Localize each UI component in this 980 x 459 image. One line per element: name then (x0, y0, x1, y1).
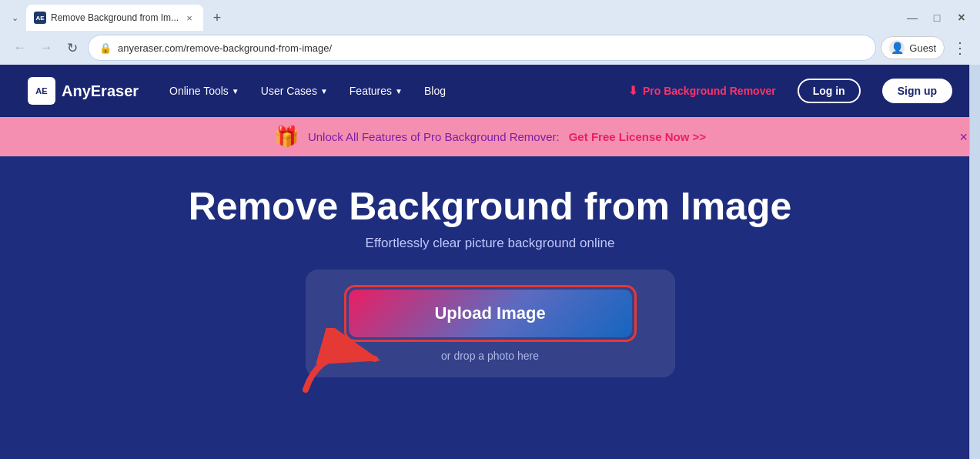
upload-image-button[interactable]: Upload Image (349, 290, 632, 337)
logo-area: AE AnyEraser (28, 77, 139, 105)
download-icon: ⬇ (628, 84, 638, 98)
close-window-button[interactable]: × (952, 8, 971, 27)
tab-close-button[interactable]: × (183, 12, 196, 24)
hero-title: Remove Background from Image (189, 186, 792, 228)
banner-cta[interactable]: Get Free License Now >> (569, 130, 706, 143)
banner-text: Unlock All Features of Pro Background Re… (308, 130, 560, 143)
minimize-button[interactable]: — (903, 8, 921, 27)
chevron-down-icon: ▼ (395, 87, 403, 95)
tab-list-button[interactable]: ⌄ (6, 9, 23, 26)
chevron-down-icon: ▼ (232, 87, 239, 95)
website: AE AnyEraser Online Tools ▼ User Cases ▼… (0, 65, 980, 459)
logo-box: AE (28, 77, 55, 105)
lock-icon: 🔒 (99, 42, 112, 54)
tab-bar: ⌄ AE Remove Background from Im... × + — … (0, 0, 980, 31)
forward-button[interactable]: → (35, 37, 57, 59)
red-arrow-icon (290, 328, 390, 397)
site-nav: AE AnyEraser Online Tools ▼ User Cases ▼… (0, 65, 980, 117)
tab-favicon: AE (34, 12, 46, 24)
banner-close-button[interactable]: × (959, 129, 968, 145)
chevron-down-icon: ▼ (320, 87, 328, 95)
login-button[interactable]: Log in (798, 79, 861, 103)
hero-subtitle: Effortlessly clear picture background on… (366, 236, 615, 251)
url-text: anyeraser.com/remove-background-from-ima… (118, 42, 865, 54)
browser-menu-button[interactable]: ⋮ (949, 37, 971, 59)
new-tab-button[interactable]: + (206, 7, 228, 28)
profile-label: Guest (909, 42, 936, 54)
promo-banner: 🎁 Unlock All Features of Pro Background … (0, 117, 980, 156)
gift-icon: 🎁 (274, 125, 299, 149)
logo-name: AnyEraser (62, 82, 139, 100)
nav-pro-link[interactable]: ⬇ Pro Background Remover (628, 84, 776, 98)
refresh-button[interactable]: ↻ (62, 37, 83, 59)
logo-initials: AE (35, 86, 47, 95)
tab-title: Remove Background from Im... (51, 12, 179, 23)
hero-section: Remove Background from Image Effortlessl… (0, 156, 980, 393)
signup-button[interactable]: Sign up (882, 79, 952, 103)
nav-features[interactable]: Features ▼ (350, 85, 403, 97)
active-tab[interactable]: AE Remove Background from Im... × (26, 5, 203, 31)
browser-chrome: ⌄ AE Remove Background from Im... × + — … (0, 0, 980, 65)
window-controls: — □ × (903, 8, 971, 27)
nav-online-tools[interactable]: Online Tools ▼ (169, 85, 239, 97)
back-button[interactable]: ← (9, 37, 31, 59)
drop-text: or drop a photo here (441, 350, 539, 362)
nav-user-cases[interactable]: User Cases ▼ (261, 85, 328, 97)
browser-toolbar: ← → ↻ 🔒 anyeraser.com/remove-background-… (0, 31, 980, 65)
profile-icon: 👤 (889, 40, 905, 55)
address-bar[interactable]: 🔒 anyeraser.com/remove-background-from-i… (88, 35, 876, 61)
nav-blog[interactable]: Blog (424, 85, 446, 97)
profile-button[interactable]: 👤 Guest (881, 36, 945, 59)
scrollbar[interactable] (969, 65, 980, 459)
maximize-button[interactable]: □ (928, 8, 946, 27)
arrow-container (290, 328, 390, 400)
